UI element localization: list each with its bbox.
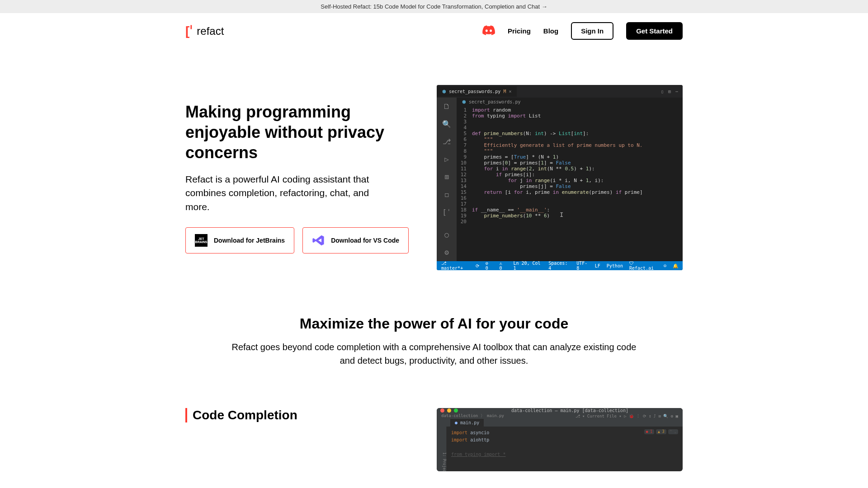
logo-mark-icon: [ˈ — [185, 23, 193, 38]
activity-bar: 🗋 🔍 ⎇ ▷ ⊞ ◻ [ˈ ◯ ⚙ — [437, 98, 457, 261]
code-content[interactable]: 1import random2from typing import List34… — [457, 106, 683, 225]
refact-icon[interactable]: [ˈ — [442, 208, 451, 216]
logo[interactable]: [ˈ refact — [185, 23, 224, 38]
announcement-link[interactable]: Self-Hosted Refact: 15b Code Model for C… — [321, 3, 547, 10]
signin-button[interactable]: Sign In — [571, 22, 613, 40]
vscode-icon — [312, 234, 325, 247]
extensions-icon[interactable]: ⊞ — [444, 173, 449, 181]
explorer-icon[interactable]: 🗋 — [443, 102, 450, 111]
window-maximize-icon[interactable] — [454, 408, 458, 413]
nav-pricing[interactable]: Pricing — [508, 27, 531, 35]
feature-title: Code Completion — [185, 408, 414, 422]
tool-window-project[interactable]: 1: Project — [437, 427, 447, 471]
eol[interactable]: LF — [595, 263, 600, 268]
more-icon[interactable]: ⋯ — [675, 89, 678, 94]
status-bar: ⎇ master*+ ⟳ ⊘ 0 ⚠ 0 Ln 20, Col 1 Spaces… — [437, 261, 683, 270]
cursor-position[interactable]: Ln 20, Col 1 — [513, 261, 542, 270]
warn-badge[interactable]: ▲ 3 — [656, 429, 666, 434]
jetbrains-icon: JET BRAINS — [195, 234, 208, 247]
announcement-bar[interactable]: Self-Hosted Refact: 15b Code Model for C… — [0, 0, 868, 13]
main-nav: Pricing Blog Sign In Get Started — [482, 22, 683, 40]
features-body: Refact goes beyond code completion with … — [231, 340, 637, 367]
window-close-icon[interactable] — [440, 408, 444, 413]
tab-close-icon[interactable]: × — [509, 89, 511, 94]
hero-section: Making programming enjoyable without pri… — [185, 49, 683, 297]
download-jetbrains-button[interactable]: JET BRAINS Download for JetBrains — [185, 227, 294, 253]
layout-icon[interactable]: ⊞ — [668, 89, 671, 94]
text-cursor-icon: I — [560, 211, 563, 218]
logo-text: refact — [197, 25, 224, 38]
git-branch[interactable]: ⎇ master*+ — [441, 261, 469, 270]
nav-badge[interactable]: ^ ⌄ — [668, 429, 678, 434]
download-jetbrains-label: Download for JetBrains — [214, 237, 285, 244]
hero-title: Making programming enjoyable without pri… — [185, 102, 414, 163]
errors-count[interactable]: ⊘ 0 — [486, 261, 493, 270]
getstarted-button[interactable]: Get Started — [626, 22, 683, 40]
features-intro: Maximize the power of AI for your code R… — [185, 297, 683, 390]
account-icon[interactable]: ◯ — [444, 230, 449, 239]
tab-filename: secret_passwords.py — [449, 89, 500, 94]
nav-blog[interactable]: Blog — [543, 27, 558, 35]
ide-code-content[interactable]: ● 1 ▲ 3 ^ ⌄ import asyncioimport aiohttp… — [447, 427, 683, 471]
discord-icon — [482, 25, 495, 35]
ide-tab[interactable]: ● main.py — [450, 419, 484, 427]
sync-icon[interactable]: ⟳ — [476, 263, 479, 268]
search-icon[interactable]: 🔍 — [442, 120, 451, 128]
indent-setting[interactable]: Spaces: 4 — [548, 261, 570, 270]
toolbar-actions[interactable]: ⎇ ▾ Current File ▾ ▷ 🐞 ⋮ ⟳ ↧ ⤴ ⊞ 🔍 ⚙ ▣ — [576, 414, 678, 418]
tab-modified-flag: M — [503, 89, 506, 94]
debug-icon[interactable]: ▷ — [444, 155, 449, 164]
split-editor-icon[interactable]: ▯ — [661, 89, 664, 94]
window-title: data-collection – main.py [data-collecti… — [511, 408, 628, 413]
features-title: Maximize the power of AI for your code — [185, 315, 683, 332]
discord-link[interactable] — [482, 25, 495, 37]
vscode-editor-preview: ⬢ secret_passwords.py M × ▯ ⊞ ⋯ 🗋 🔍 — [437, 85, 683, 270]
source-control-icon[interactable]: ⎇ — [443, 137, 451, 146]
encoding[interactable]: UTF-8 — [576, 261, 589, 270]
editor-tab[interactable]: ⬢ secret_passwords.py M × — [437, 86, 517, 97]
header: [ˈ refact Pricing Blog Sign In Get Start… — [163, 22, 705, 40]
feature-code-completion: Code Completion data-collection – main.p… — [185, 390, 683, 488]
download-vscode-label: Download for VS Code — [331, 237, 399, 244]
feedback-icon[interactable]: ☺ — [664, 263, 666, 268]
hero-subtitle: Refact is a powerful AI coding assistant… — [185, 173, 393, 214]
jetbrains-editor-preview: data-collection – main.py [data-collecti… — [437, 408, 683, 471]
python-file-icon: ⬢ — [442, 89, 446, 94]
notifications-icon[interactable]: 🔔 — [673, 263, 678, 268]
warnings-count[interactable]: ⚠ 0 — [500, 261, 507, 270]
language-mode[interactable]: Python — [607, 263, 623, 268]
download-vscode-button[interactable]: Download for VS Code — [302, 227, 409, 253]
breadcrumb[interactable]: ⬢ secret_passwords.py — [457, 98, 683, 106]
settings-gear-icon[interactable]: ⚙ — [444, 248, 449, 257]
breadcrumb-path[interactable]: data-collection 〉 main.py — [441, 413, 504, 419]
refact-status[interactable]: 🛡 Refact.ai — [629, 261, 657, 270]
bookmark-icon[interactable]: ◻ — [444, 190, 449, 199]
error-badge[interactable]: ● 1 — [644, 429, 654, 434]
window-minimize-icon[interactable] — [447, 408, 451, 413]
